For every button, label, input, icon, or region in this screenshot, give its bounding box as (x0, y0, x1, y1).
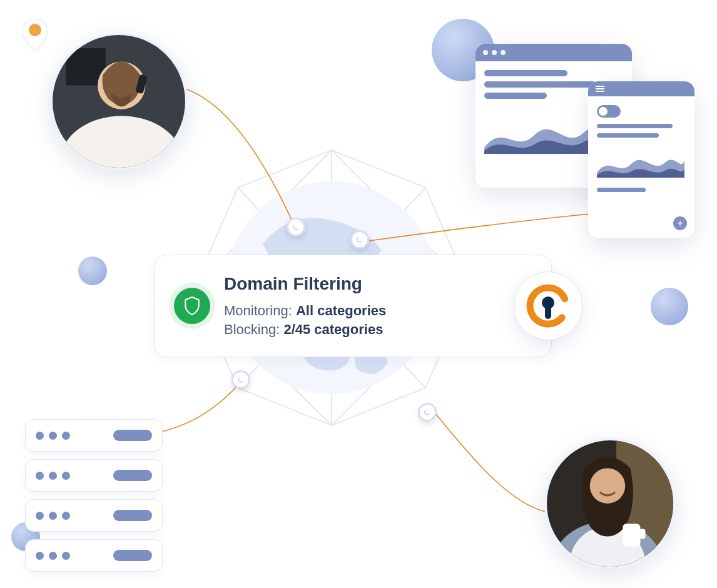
server-slot-icon (113, 510, 152, 521)
location-pin-icon (23, 19, 48, 54)
svg-point-0 (29, 24, 41, 36)
window-titlebar (475, 44, 632, 61)
server-leds-icon (36, 552, 70, 560)
hamburger-icon (596, 85, 604, 93)
globe-node-dot (231, 370, 250, 389)
server-row (25, 459, 163, 492)
blocking-label: Blocking: (224, 322, 283, 337)
svg-rect-23 (639, 529, 645, 539)
blocking-line: Blocking: 2/45 categories (224, 322, 476, 338)
svg-point-21 (590, 468, 626, 504)
server-slot-icon (113, 550, 152, 561)
server-leds-icon (36, 432, 70, 440)
globe-node-dot (418, 403, 437, 422)
decorative-sphere (78, 256, 107, 285)
toggle-switch-icon (597, 105, 621, 118)
decorative-sphere (651, 288, 688, 325)
server-leds-icon (36, 472, 70, 480)
server-stack (25, 419, 163, 579)
server-leds-icon (36, 512, 70, 520)
window-titlebar (588, 81, 694, 96)
globe-node-dot (287, 218, 305, 236)
avatar-person-2 (544, 438, 676, 569)
monitoring-line: Monitoring: All categories (224, 303, 476, 319)
server-row (25, 419, 163, 452)
avatar-person-1 (50, 33, 188, 170)
monitoring-value: All categories (296, 303, 386, 318)
area-chart-icon (597, 146, 684, 178)
mobile-window: + (588, 81, 694, 238)
monitoring-label: Monitoring: (224, 303, 296, 318)
card-title: Domain Filtering (224, 274, 476, 294)
globe-node-dot (350, 230, 369, 249)
svg-rect-28 (545, 304, 551, 319)
server-row (25, 539, 163, 572)
svg-rect-22 (623, 524, 640, 546)
openvpn-icon (514, 271, 582, 340)
server-slot-icon (113, 470, 152, 481)
diagram-canvas: + Domain Filtering Monitoring: All categ… (0, 0, 717, 588)
app-windows: + (475, 44, 707, 231)
shield-icon (174, 288, 210, 324)
blocking-value: 2/45 categories (283, 322, 383, 337)
server-row (25, 499, 163, 532)
domain-filtering-card: Domain Filtering Monitoring: All categor… (155, 255, 552, 357)
server-slot-icon (113, 430, 152, 441)
plus-icon: + (673, 216, 687, 230)
